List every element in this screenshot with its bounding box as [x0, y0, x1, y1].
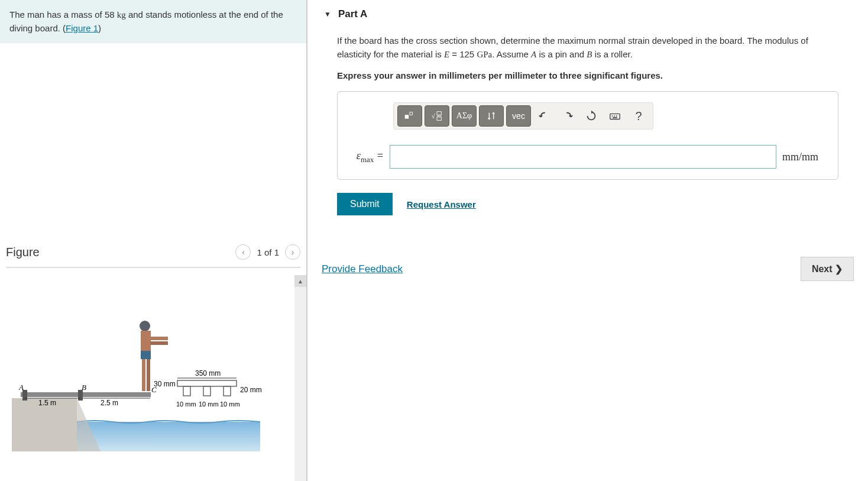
answer-box: √ ΑΣφ vec [337, 91, 838, 180]
svg-point-27 [612, 115, 613, 117]
next-button[interactable]: Next ❯ [801, 257, 854, 281]
label-B: B [82, 383, 86, 392]
svg-rect-17 [203, 386, 210, 396]
dim-30mm: 30 mm [154, 380, 176, 388]
app-container: The man has a mass of 58 kg and stands m… [0, 0, 868, 481]
figure-count: 1 of 1 [257, 247, 279, 257]
svg-rect-23 [437, 112, 441, 115]
reset-icon [585, 109, 598, 122]
dim-2-5m: 2.5 m [101, 399, 118, 407]
svg-rect-18 [224, 386, 231, 396]
collapse-caret-icon[interactable]: ▼ [324, 10, 331, 18]
problem-statement: The man has a mass of 58 kg and stands m… [0, 0, 306, 43]
request-answer-link[interactable]: Request Answer [407, 199, 476, 209]
svg-rect-30 [613, 117, 617, 118]
svg-rect-16 [183, 386, 190, 396]
dim-20mm: 20 mm [240, 386, 262, 394]
svg-rect-13 [150, 337, 168, 340]
action-row: Submit Request Answer [337, 193, 838, 215]
input-row: εmax = mm/mm [346, 145, 830, 169]
reset-button[interactable] [581, 105, 602, 127]
q3: is a pin and [536, 49, 587, 59]
svg-rect-12 [147, 359, 150, 391]
unit-label: mm/mm [782, 151, 830, 163]
dim-10mm-1: 10 mm [176, 401, 196, 408]
diving-board-diagram: A B C 1.5 m 2.5 m [6, 280, 278, 451]
right-panel: ▼ Part A If the board has the cross sect… [307, 0, 868, 481]
svg-rect-21 [410, 112, 413, 115]
svg-text:√: √ [432, 112, 436, 120]
keyboard-button[interactable] [604, 105, 626, 127]
part-title: Part A [338, 8, 367, 20]
svg-rect-0 [77, 422, 260, 451]
undo-button[interactable] [533, 105, 555, 127]
keyboard-icon [608, 109, 621, 122]
equation-toolbar: √ ΑΣφ vec [393, 102, 653, 130]
problem-text-pre: The man has a mass of 58 [9, 9, 117, 20]
svg-rect-11 [142, 359, 145, 391]
var-A: A [531, 50, 536, 59]
redo-icon [561, 109, 574, 122]
label-A: A [18, 383, 24, 392]
svg-rect-3 [21, 392, 151, 397]
template-icon [403, 109, 416, 122]
bottom-row: Provide Feedback Next ❯ [319, 257, 856, 281]
var-E: E [444, 50, 449, 59]
radical-fraction-icon: √ [430, 109, 443, 122]
figure-prev-button[interactable]: ‹ [235, 244, 251, 260]
subscript-button[interactable] [479, 105, 504, 127]
variable-label: εmax = [346, 150, 384, 164]
figure-link[interactable]: Figure 1 [66, 23, 98, 33]
eq-text: = 125 [449, 49, 477, 59]
dim-1-5m: 1.5 m [38, 399, 56, 407]
figure-nav: ‹ 1 of 1 › [235, 244, 300, 260]
undo-icon [537, 109, 550, 122]
svg-point-28 [614, 115, 615, 117]
answer-input[interactable] [390, 145, 776, 169]
question-text: If the board has the cross section shown… [337, 34, 838, 61]
vector-button[interactable]: vec [506, 105, 531, 127]
part-header[interactable]: ▼ Part A [319, 0, 856, 28]
redo-button[interactable] [557, 105, 578, 127]
scrollbar[interactable]: ▲ [294, 275, 306, 481]
svg-rect-26 [610, 114, 620, 119]
unit-kg: kg [117, 10, 126, 20]
dim-350mm: 350 mm [195, 369, 221, 377]
scroll-up-icon[interactable]: ▲ [294, 275, 306, 287]
svg-point-29 [616, 115, 617, 117]
left-panel: The man has a mass of 58 kg and stands m… [0, 0, 307, 481]
svg-rect-10 [141, 351, 151, 359]
svg-point-8 [140, 321, 150, 331]
help-button[interactable]: ? [628, 105, 649, 127]
help-label: ? [635, 109, 642, 123]
unit-gpa: GPa [477, 50, 492, 59]
provide-feedback-link[interactable]: Provide Feedback [322, 263, 403, 275]
arrows-icon [485, 109, 498, 122]
instruction-text: Express your answer in millimeters per m… [337, 70, 838, 80]
svg-rect-15 [177, 380, 237, 386]
figure-header: Figure ‹ 1 of 1 › [6, 244, 300, 268]
figure-next-button[interactable]: › [285, 244, 300, 260]
greek-label: ΑΣφ [456, 111, 472, 121]
q2: . Assume [492, 49, 531, 59]
svg-rect-20 [405, 115, 409, 118]
greek-button[interactable]: ΑΣφ [452, 105, 477, 127]
part-body: If the board has the cross section shown… [319, 28, 856, 221]
dim-10mm-3: 10 mm [220, 401, 240, 408]
template-button[interactable] [397, 105, 422, 127]
q4: is a roller. [592, 49, 632, 59]
figure-image: A B C 1.5 m 2.5 m [6, 280, 300, 457]
dim-10mm-2: 10 mm [199, 401, 219, 408]
vec-label: vec [512, 111, 525, 121]
svg-rect-14 [150, 341, 168, 345]
figure-title: Figure [6, 246, 40, 259]
submit-button[interactable]: Submit [337, 193, 393, 215]
figure-section: Figure ‹ 1 of 1 › [0, 244, 306, 457]
problem-text-post: ) [98, 23, 101, 33]
svg-rect-25 [437, 117, 441, 121]
fraction-button[interactable]: √ [425, 105, 449, 127]
